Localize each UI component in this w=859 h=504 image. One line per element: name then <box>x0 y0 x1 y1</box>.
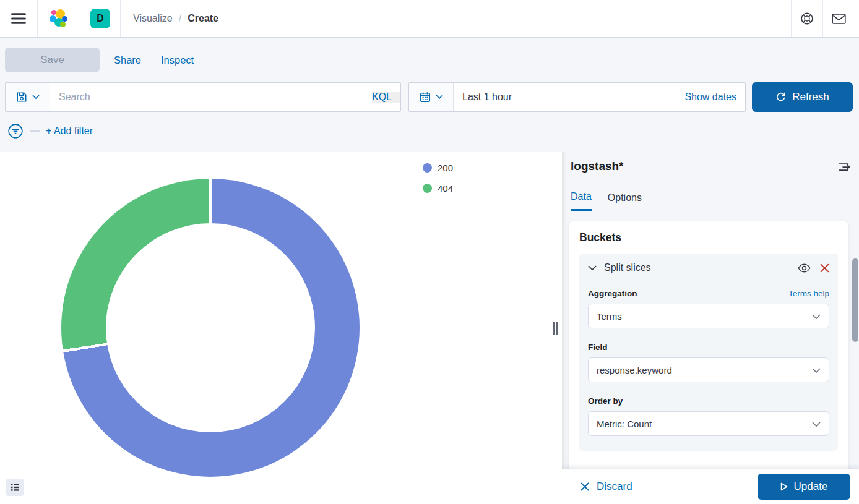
chart-legend: 200 404 <box>423 161 453 202</box>
order-by-value: Metric: Count <box>597 419 652 429</box>
chevron-down-icon <box>436 95 443 100</box>
legend-dot-404 <box>423 184 432 193</box>
refresh-icon <box>775 92 786 103</box>
legend-toggle-button[interactable] <box>6 479 24 496</box>
list-icon <box>10 482 20 492</box>
split-slices-header[interactable]: Split slices <box>588 262 829 273</box>
mail-icon <box>832 13 846 25</box>
help-button[interactable] <box>792 0 822 37</box>
config-panel: logstash* Data Options Buckets Split sli… <box>562 152 859 504</box>
time-range-value[interactable]: Last 1 hour <box>454 92 512 103</box>
panel-tabs: Data Options <box>571 191 642 211</box>
index-pattern-title: logstash* <box>571 160 624 173</box>
chevron-down-icon <box>812 314 821 319</box>
close-icon <box>581 482 589 491</box>
space-selector[interactable]: D <box>80 0 120 37</box>
query-language-button[interactable]: KQL <box>372 92 400 103</box>
close-icon <box>820 263 829 273</box>
visualization-panel: 200 404 <box>0 152 562 504</box>
chevron-down-icon <box>812 422 821 427</box>
buckets-card: Buckets Split slices <box>569 221 848 504</box>
filter-circle-icon <box>7 123 24 139</box>
filter-dash <box>30 130 40 132</box>
save-query-icon <box>16 92 27 103</box>
update-label: Update <box>794 481 828 493</box>
terms-help-link[interactable]: Terms help <box>788 289 829 298</box>
legend-item[interactable]: 404 <box>423 182 453 195</box>
elastic-logo-icon <box>50 9 68 28</box>
breadcrumb: Visualize / Create <box>121 0 218 37</box>
add-filter-button[interactable]: + Add filter <box>46 126 93 137</box>
donut-chart[interactable] <box>61 179 360 477</box>
split-slices-accordion: Split slices Aggre <box>579 254 838 451</box>
update-button[interactable]: Update <box>758 474 850 500</box>
eye-icon <box>798 263 811 273</box>
donut-hole <box>106 223 315 432</box>
filter-options-button[interactable] <box>7 123 24 139</box>
tab-options[interactable]: Options <box>608 191 642 211</box>
refresh-button[interactable]: Refresh <box>752 82 853 112</box>
save-button[interactable]: Save <box>5 48 100 72</box>
buckets-heading: Buckets <box>579 231 838 244</box>
remove-bucket-button[interactable] <box>820 263 829 273</box>
legend-dot-200 <box>423 163 432 173</box>
menu-right-icon <box>838 161 850 173</box>
help-lifebuoy-icon <box>800 12 814 25</box>
bucket-type-label: Split slices <box>604 262 651 273</box>
collapse-panel-button[interactable] <box>838 161 850 175</box>
query-bar: KQL <box>5 82 401 112</box>
legend-item[interactable]: 200 <box>423 161 453 174</box>
elastic-logo-cell[interactable] <box>38 0 80 37</box>
accordion-chevron-icon <box>588 265 597 271</box>
aggregation-select[interactable]: Terms <box>588 304 829 328</box>
field-select[interactable]: response.keyword <box>588 357 829 382</box>
toggle-visibility-button[interactable] <box>798 263 811 273</box>
inspect-button[interactable]: Inspect <box>161 48 194 72</box>
search-input[interactable] <box>50 83 372 111</box>
field-value: response.keyword <box>597 365 672 375</box>
tab-data[interactable]: Data <box>571 191 592 211</box>
aggregation-value: Terms <box>597 311 622 322</box>
calendar-icon <box>420 92 431 103</box>
share-button[interactable]: Share <box>114 48 141 72</box>
discard-button[interactable]: Discard <box>581 481 632 493</box>
top-header: D Visualize / Create <box>0 0 859 38</box>
aggregation-label: Aggregation <box>588 289 637 298</box>
breadcrumb-separator: / <box>179 13 181 24</box>
chevron-down-icon <box>812 368 821 373</box>
order-by-select[interactable]: Metric: Count <box>588 411 829 436</box>
newsfeed-button[interactable] <box>823 0 854 37</box>
breadcrumb-create: Create <box>188 13 218 24</box>
scrollbar-thumb[interactable] <box>852 258 858 342</box>
date-quick-select-button[interactable] <box>409 83 454 111</box>
refresh-button-label: Refresh <box>792 91 829 103</box>
hamburger-menu-button[interactable] <box>0 0 37 37</box>
space-badge: D <box>90 9 110 28</box>
legend-label: 200 <box>438 163 453 173</box>
filter-bar: + Add filter <box>7 122 93 140</box>
legend-label: 404 <box>438 183 453 194</box>
discard-label: Discard <box>597 481 632 493</box>
field-label: Field <box>588 343 608 352</box>
saved-query-menu-button[interactable] <box>6 83 50 111</box>
hamburger-icon <box>11 11 26 26</box>
time-picker: Last 1 hour Show dates <box>408 82 746 112</box>
chevron-down-icon <box>32 95 40 100</box>
panel-footer: Discard Update <box>562 469 859 504</box>
show-dates-button[interactable]: Show dates <box>684 92 745 103</box>
panel-resize-handle[interactable] <box>553 322 558 335</box>
order-by-label: Order by <box>588 396 623 406</box>
breadcrumb-visualize[interactable]: Visualize <box>133 13 173 24</box>
play-icon <box>780 482 788 491</box>
